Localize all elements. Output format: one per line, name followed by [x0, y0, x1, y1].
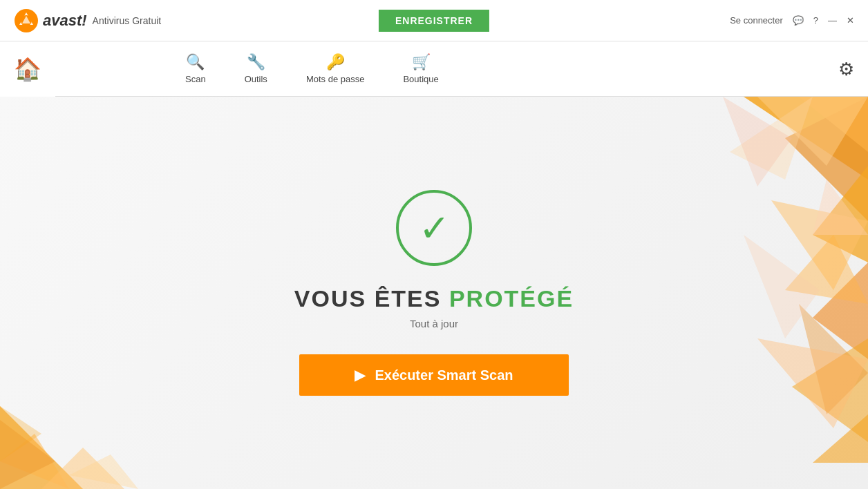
shop-icon: 🛒	[412, 53, 431, 71]
register-button[interactable]: ENREGISTRER	[379, 10, 489, 32]
status-text: VOUS ÊTES PROTÉGÉ	[294, 285, 574, 312]
boutique-label: Boutique	[403, 74, 438, 84]
scan-icon: 🔍	[186, 53, 205, 71]
help-icon[interactable]: ?	[813, 15, 818, 26]
settings-button[interactable]: ⚙	[838, 58, 854, 79]
home-button[interactable]: 🏠	[0, 41, 55, 97]
title-bar-right: Se connecter 💬 ? — ✕	[730, 15, 854, 26]
status-subtitle: Tout à jour	[410, 318, 458, 329]
bg-decoration-left	[0, 337, 166, 489]
status-highlight: PROTÉGÉ	[449, 285, 574, 311]
key-icon: 🔑	[326, 53, 345, 71]
nav-bar: 🏠 🔍 Scan 🔧 Outils 🔑 Mots de passe 🛒 Bout…	[0, 41, 868, 97]
nav-item-scan[interactable]: 🔍 Scan	[166, 46, 225, 91]
outils-label: Outils	[245, 74, 267, 84]
smart-scan-button[interactable]: ▶ Exécuter Smart Scan	[299, 354, 568, 396]
checkmark-icon: ✓	[419, 209, 450, 247]
nav-item-passwords[interactable]: 🔑 Mots de passe	[287, 46, 384, 91]
connect-label[interactable]: Se connecter	[730, 15, 783, 26]
tools-icon: 🔧	[247, 53, 265, 71]
title-bar: avast! Antivirus Gratuit ENREGISTRER Se …	[0, 0, 868, 41]
status-prefix: VOUS ÊTES	[294, 285, 449, 311]
nav-items: 🔍 Scan 🔧 Outils 🔑 Mots de passe 🛒 Boutiq…	[166, 46, 458, 91]
avast-logo-icon	[14, 8, 39, 33]
app-name: Antivirus Gratuit	[93, 15, 162, 26]
bg-decoration-right	[619, 97, 868, 463]
logo-text: avast!	[43, 12, 87, 30]
main-content: ✓ VOUS ÊTES PROTÉGÉ Tout à jour ▶ Exécut…	[0, 97, 868, 489]
status-circle: ✓	[396, 190, 472, 266]
play-icon: ▶	[355, 367, 365, 383]
smart-scan-label: Exécuter Smart Scan	[375, 367, 513, 383]
nav-item-boutique[interactable]: 🛒 Boutique	[384, 46, 457, 91]
close-icon[interactable]: ✕	[847, 15, 854, 26]
minimize-icon[interactable]: —	[828, 15, 837, 26]
nav-item-outils[interactable]: 🔧 Outils	[225, 46, 287, 91]
avast-logo: avast!	[14, 8, 87, 33]
passwords-label: Mots de passe	[306, 74, 365, 84]
chat-icon[interactable]: 💬	[793, 15, 804, 26]
scan-label: Scan	[185, 74, 206, 84]
home-icon: 🏠	[14, 56, 41, 82]
